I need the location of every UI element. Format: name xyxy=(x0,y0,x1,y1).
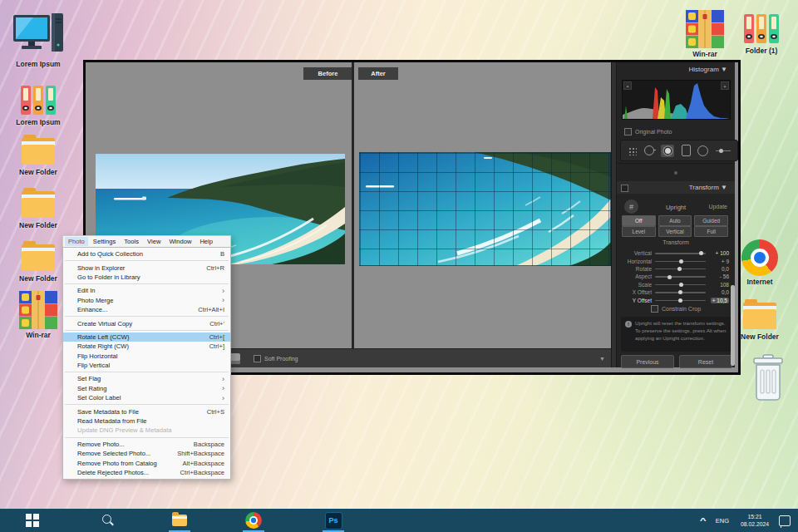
upright-auto-button[interactable]: Auto xyxy=(658,215,692,226)
taskbar: Ps ^ ENG 15:21 08.02.2024 xyxy=(0,509,798,532)
upright-update-button[interactable]: Update xyxy=(708,204,727,209)
menu-item-set-rating[interactable]: Set Rating xyxy=(63,384,230,393)
upright-vertical-button[interactable]: Vertical xyxy=(658,226,692,237)
menu-item-set-color-label[interactable]: Set Color Label xyxy=(63,393,230,402)
scale-slider[interactable] xyxy=(655,281,706,288)
collapsed-panel[interactable] xyxy=(617,163,735,182)
binders-icon xyxy=(730,12,793,45)
desktop-icon-winrar[interactable]: Win-rar xyxy=(7,291,70,339)
horizontal-slider[interactable] xyxy=(655,258,706,265)
upright-off-button[interactable]: Off xyxy=(622,215,656,226)
menu-item-flip-vertical[interactable]: Flip Vertical xyxy=(63,361,230,370)
desktop-icon-winrar-top[interactable]: Win-rar xyxy=(673,10,736,58)
winrar-icon xyxy=(673,10,736,48)
desktop-icon-trash[interactable] xyxy=(736,354,798,402)
slider-row-horizontal: Horizontal + 9 xyxy=(620,257,730,264)
soft-proofing-checkbox[interactable] xyxy=(254,355,261,362)
soft-proofing-label: Soft Proofing xyxy=(264,356,298,362)
upright-guided-button[interactable]: Guided xyxy=(694,215,728,226)
taskbar-photoshop[interactable]: Ps xyxy=(323,509,344,532)
menu-tools[interactable]: Tools xyxy=(121,237,142,246)
taskbar-file-explorer[interactable] xyxy=(169,509,190,532)
menu-item-remove-photo-from-catalog[interactable]: Remove Photo from Catalog Alt+Backspace xyxy=(63,458,230,467)
menu-item-add-to-quick-collection[interactable]: Add to Quick Collection B xyxy=(63,249,230,259)
original-photo-checkbox[interactable] xyxy=(624,128,632,135)
histogram[interactable]: ▲ ▲ xyxy=(622,80,731,120)
transform-title: Transform xyxy=(689,184,719,191)
menu-settings[interactable]: Settings xyxy=(90,237,119,246)
notification-center-button[interactable] xyxy=(776,509,793,532)
desktop-icon-folder-c[interactable]: New Folder xyxy=(7,239,70,283)
transform-panel-header[interactable]: Transform ▼ xyxy=(617,181,735,194)
highlight-clipping-indicator[interactable]: ▲ xyxy=(721,81,729,90)
taskbar-chrome[interactable] xyxy=(243,509,264,532)
submenu-arrow-icon xyxy=(222,287,224,295)
desktop-icon-computer[interactable]: Lorem Ipsum xyxy=(7,12,70,68)
folder-icon xyxy=(7,186,70,219)
pane-divider xyxy=(352,62,354,352)
menu-item-flip-horizontal[interactable]: Flip Horizontal xyxy=(63,352,230,361)
slider-row-y-offset: Y Offset + 10,5 xyxy=(620,296,730,303)
photoshop-icon: Ps xyxy=(325,512,342,530)
x-offset-slider[interactable] xyxy=(655,288,706,296)
crop-tool-icon[interactable] xyxy=(644,145,654,155)
menu-separator xyxy=(65,316,229,317)
after-pane-tab: After xyxy=(358,67,398,80)
menu-item-rotate-right-cw[interactable]: Rotate Right (CW) Ctrl+] xyxy=(63,342,230,351)
menu-item-set-flag[interactable]: Set Flag xyxy=(63,374,230,383)
taskbar-search-button[interactable] xyxy=(98,509,116,532)
language-indicator[interactable]: ENG xyxy=(712,509,733,532)
slider-row-rotate: Rotate 0,0 xyxy=(620,265,730,273)
upright-full-button[interactable]: Full xyxy=(694,226,728,237)
upright-level-button[interactable]: Level xyxy=(622,226,656,237)
desktop-icon-folder-a[interactable]: New Folder xyxy=(7,133,70,176)
menu-item-delete-rejected-photos[interactable]: Delete Rejected Photos... Ctrl+Backspace xyxy=(63,468,230,477)
adjustment-slider-icon[interactable] xyxy=(716,147,731,154)
y-offset-slider[interactable] xyxy=(655,297,706,304)
menu-bar: Photo Settings Tools View Window Help xyxy=(62,235,231,247)
menu-item-remove-selected-photo[interactable]: Remove Selected Photo... Shift+Backspace xyxy=(63,449,230,458)
menu-item-enhance[interactable]: Enhance... Ctrl+Alt+I xyxy=(63,305,230,314)
menu-item-photo-merge[interactable]: Photo Merge xyxy=(63,296,230,305)
panel-splitter[interactable] xyxy=(611,62,617,367)
menu-item-save-metadata-to-file[interactable]: Save Metadata to File Ctrl+S xyxy=(63,406,230,416)
menu-item-remove-photo[interactable]: Remove Photo... Backspace xyxy=(63,440,230,449)
panel-scrollbar[interactable] xyxy=(731,285,735,366)
taskbar-clock[interactable]: 15:21 08.02.2024 xyxy=(735,509,775,532)
desktop-icon-folder-b[interactable]: New Folder xyxy=(7,186,70,229)
histogram-panel-header[interactable]: Histogram ▼ xyxy=(688,66,727,73)
menu-item-rotate-left-ccw[interactable]: Rotate Left (CCW) Ctrl+[ xyxy=(63,332,230,342)
tray-expand-button[interactable]: ^ xyxy=(697,509,710,532)
notification-icon xyxy=(779,515,791,526)
desktop-icon-label: Folder (1) xyxy=(730,47,793,55)
menu-item-read-metadata-from-file[interactable]: Read Metadata from File xyxy=(63,416,230,426)
desktop-icon-binders[interactable]: Lorem Ipsum xyxy=(7,83,70,126)
constrain-crop-checkbox[interactable] xyxy=(651,305,658,313)
after-photo[interactable] xyxy=(359,152,611,266)
menu-item-show-in-explorer[interactable]: Show in Explorer Ctrl+R xyxy=(63,263,230,272)
start-button[interactable] xyxy=(23,509,42,532)
menu-item-create-virtual-copy[interactable]: Create Virtual Copy Ctrl+' xyxy=(63,318,230,328)
graduated-filter-icon[interactable] xyxy=(682,145,691,156)
chevron-up-icon: ^ xyxy=(700,516,707,525)
desktop-icon-label: New Folder xyxy=(7,168,70,176)
reset-button[interactable]: Reset xyxy=(679,355,732,368)
rotate-slider[interactable] xyxy=(655,265,706,273)
menu-item-edit-in[interactable]: Edit In xyxy=(63,286,230,295)
panel-switch-icon[interactable] xyxy=(621,185,628,192)
vertical-slider[interactable] xyxy=(655,249,706,257)
menu-photo[interactable]: Photo xyxy=(65,237,88,246)
aspect-slider[interactable] xyxy=(655,273,706,280)
menu-help[interactable]: Help xyxy=(196,237,216,246)
menu-view[interactable]: View xyxy=(144,237,164,246)
shadow-clipping-indicator[interactable]: ▲ xyxy=(623,81,632,90)
desktop-icon-folder-top[interactable]: Folder (1) xyxy=(730,12,793,55)
toolbar-caret-icon[interactable]: ▼ xyxy=(599,356,605,362)
grid-overlay-icon[interactable] xyxy=(628,146,637,155)
info-icon: ! xyxy=(625,321,632,328)
menu-window[interactable]: Window xyxy=(165,237,195,246)
previous-button[interactable]: Previous xyxy=(621,355,674,368)
spot-removal-tool-icon[interactable] xyxy=(661,145,674,157)
menu-item-go-to-folder-in-library[interactable]: Go to Folder in Library xyxy=(63,273,230,282)
radial-filter-icon[interactable] xyxy=(697,145,708,156)
